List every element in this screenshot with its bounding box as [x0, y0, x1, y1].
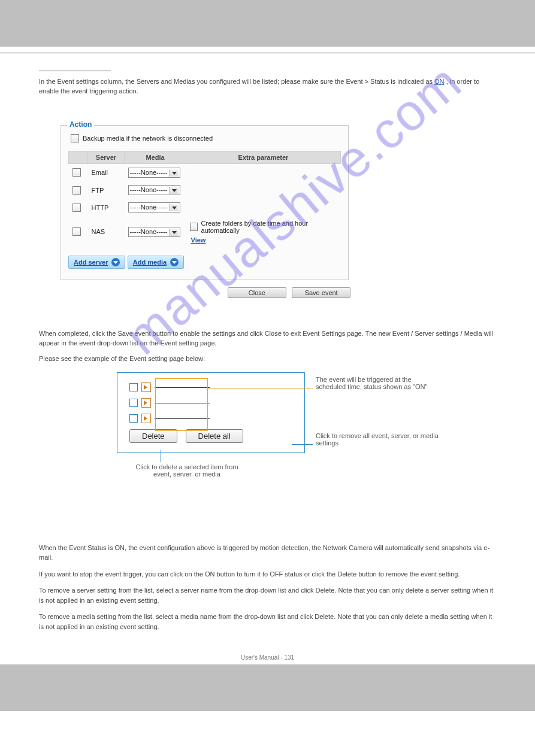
- add-server-label: Add server: [74, 259, 108, 266]
- intro-text-part1: In the Event settings column, the Server…: [39, 78, 434, 85]
- row-http-checkbox[interactable]: [72, 204, 81, 212]
- page-top-band: [0, 0, 535, 47]
- row-http-label: HTTP: [88, 199, 125, 216]
- arrow-right-icon[interactable]: [141, 382, 151, 392]
- nas-view-link[interactable]: View: [191, 236, 337, 244]
- intro-paragraph: In the Event settings column, the Server…: [39, 77, 496, 96]
- backup-label: Backup media if the network is disconnec…: [83, 135, 213, 142]
- nas-row3-checkbox[interactable]: [129, 414, 138, 423]
- callout-label-2: Click to remove all event, server, or me…: [316, 432, 460, 447]
- nas-management-box: Delete Delete all: [117, 372, 305, 453]
- arrow-right-icon[interactable]: [141, 398, 151, 408]
- row-email-checkbox[interactable]: [72, 168, 81, 177]
- row-email-label: Email: [88, 163, 125, 181]
- callout-label-3: Click to delete a selected item from eve…: [130, 463, 244, 478]
- nas-create-folders-label: Create folders by date time and hour aut…: [201, 220, 337, 234]
- nas-row1-field: [155, 387, 210, 388]
- nas-create-folders-checkbox[interactable]: [190, 223, 198, 231]
- row-ftp-checkbox[interactable]: [72, 186, 81, 195]
- col-media: Media: [125, 151, 186, 163]
- row-http-media-select[interactable]: -----None-----: [128, 202, 181, 212]
- row-ftp-media-select[interactable]: -----None-----: [128, 185, 181, 195]
- add-media-button[interactable]: Add media: [128, 256, 184, 269]
- delete-all-button[interactable]: Delete all: [186, 429, 243, 443]
- nas-row2-field: [155, 402, 210, 403]
- chevron-down-icon: [111, 258, 120, 266]
- nas-row3-field: [155, 418, 210, 419]
- action-fieldset: Action Backup media if the network is di…: [61, 125, 349, 280]
- section-underline: [39, 70, 111, 71]
- nas-row-2: [129, 398, 292, 408]
- intro-on-badge: ON: [434, 78, 445, 85]
- row-nas-label: NAS: [88, 216, 125, 247]
- arrow-right-icon[interactable]: [141, 414, 151, 423]
- chevron-down-icon: [170, 187, 179, 194]
- page-footer: User's Manual - 131: [39, 654, 496, 661]
- row-nas-media-select[interactable]: -----None-----: [128, 227, 181, 237]
- callout-label-1: The event will be triggered at the sched…: [316, 376, 442, 390]
- chevron-down-icon: [170, 204, 179, 211]
- col-extra: Extra parameter: [186, 151, 341, 163]
- tail-paragraph-4: To remove a media setting from the list,…: [39, 612, 494, 631]
- nas-row1-checkbox[interactable]: [129, 383, 138, 391]
- row-ftp-label: FTP: [88, 181, 125, 199]
- tail-paragraph-2: If you want to stop the event trigger, y…: [39, 569, 494, 579]
- col-server: Server: [88, 151, 125, 163]
- chevron-down-icon: [170, 169, 179, 177]
- backup-checkbox[interactable]: [71, 134, 79, 142]
- delete-button[interactable]: Delete: [129, 429, 177, 443]
- nas-paragraph-2: Please see the example of the Event sett…: [39, 354, 494, 364]
- callout-leader-1: [208, 388, 313, 388]
- nas-row-1: [129, 382, 292, 392]
- callout-leader-2: [292, 444, 313, 445]
- page-bottom-band: [0, 664, 535, 711]
- action-legend: Action: [67, 120, 94, 129]
- add-server-button[interactable]: Add server: [68, 256, 125, 269]
- nas-row-3: [129, 414, 292, 423]
- close-button[interactable]: Close: [228, 287, 286, 298]
- horizontal-rule: [0, 53, 535, 53]
- chevron-down-icon: [170, 258, 179, 266]
- tail-paragraph-3: To remove a server setting from the list…: [39, 585, 494, 605]
- row-email-media-select[interactable]: -----None-----: [128, 168, 181, 178]
- add-media-label: Add media: [133, 259, 167, 266]
- callout-leader-3: [161, 450, 161, 462]
- nas-row2-checkbox[interactable]: [129, 399, 138, 407]
- nas-paragraph-1: When completed, click the Save event but…: [39, 329, 494, 348]
- col-checkbox: [69, 151, 88, 163]
- chevron-down-icon: [170, 229, 179, 236]
- action-table: Server Media Extra parameter Email -----…: [68, 151, 341, 247]
- tail-paragraph-1: When the Event Status is ON, the event c…: [39, 543, 494, 563]
- row-nas-checkbox[interactable]: [72, 227, 81, 236]
- save-event-button[interactable]: Save event: [292, 287, 350, 298]
